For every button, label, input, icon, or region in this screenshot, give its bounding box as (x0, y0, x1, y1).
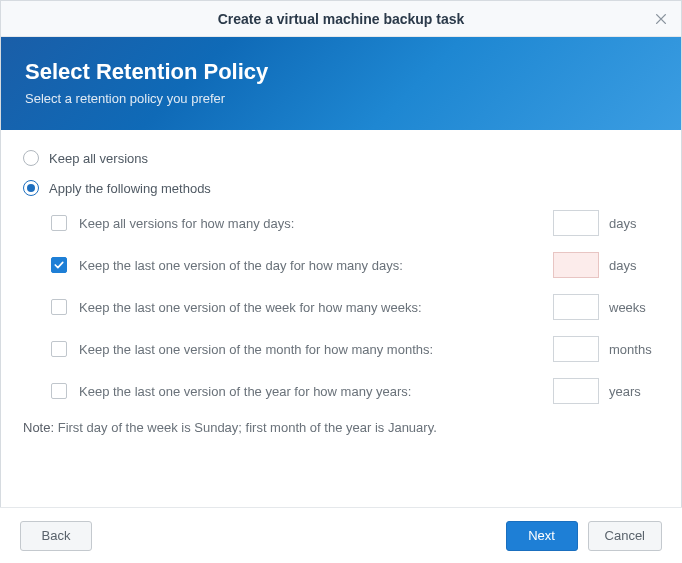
unit-label: days (609, 216, 659, 231)
close-icon[interactable] (651, 9, 671, 29)
note-body: First day of the week is Sunday; first m… (58, 420, 437, 435)
methods-list: Keep all versions for how many days: day… (51, 210, 659, 404)
banner-subheading: Select a retention policy you prefer (25, 91, 657, 106)
method-row-week-last: Keep the last one version of the week fo… (51, 294, 659, 320)
back-button[interactable]: Back (20, 521, 92, 551)
content-area: Keep all versions Apply the following me… (1, 130, 681, 445)
wizard-footer: Back Next Cancel (0, 507, 682, 563)
method-label: Keep the last one version of the week fo… (79, 300, 553, 315)
method-row-day-last: Keep the last one version of the day for… (51, 252, 659, 278)
radio-apply-methods[interactable]: Apply the following methods (23, 180, 659, 196)
radio-label: Keep all versions (49, 151, 148, 166)
method-row-year-last: Keep the last one version of the year fo… (51, 378, 659, 404)
checkbox-days-all[interactable] (51, 215, 67, 231)
method-label: Keep the last one version of the year fo… (79, 384, 553, 399)
input-week-last[interactable] (553, 294, 599, 320)
radio-icon (23, 180, 39, 196)
radio-label: Apply the following methods (49, 181, 211, 196)
unit-label: years (609, 384, 659, 399)
input-days-all[interactable] (553, 210, 599, 236)
method-row-days-all: Keep all versions for how many days: day… (51, 210, 659, 236)
note-label: Note: (23, 420, 54, 435)
method-label: Keep the last one version of the month f… (79, 342, 553, 357)
note-text: Note: First day of the week is Sunday; f… (23, 420, 659, 435)
input-day-last[interactable] (553, 252, 599, 278)
method-label: Keep all versions for how many days: (79, 216, 553, 231)
window-title: Create a virtual machine backup task (218, 11, 465, 27)
input-year-last[interactable] (553, 378, 599, 404)
method-label: Keep the last one version of the day for… (79, 258, 553, 273)
unit-label: months (609, 342, 659, 357)
checkbox-week-last[interactable] (51, 299, 67, 315)
checkbox-month-last[interactable] (51, 341, 67, 357)
wizard-banner: Select Retention Policy Select a retenti… (1, 37, 681, 130)
input-month-last[interactable] (553, 336, 599, 362)
banner-heading: Select Retention Policy (25, 59, 657, 85)
titlebar: Create a virtual machine backup task (1, 1, 681, 37)
unit-label: weeks (609, 300, 659, 315)
radio-keep-all[interactable]: Keep all versions (23, 150, 659, 166)
unit-label: days (609, 258, 659, 273)
next-button[interactable]: Next (506, 521, 578, 551)
checkbox-year-last[interactable] (51, 383, 67, 399)
cancel-button[interactable]: Cancel (588, 521, 662, 551)
checkbox-day-last[interactable] (51, 257, 67, 273)
radio-icon (23, 150, 39, 166)
method-row-month-last: Keep the last one version of the month f… (51, 336, 659, 362)
